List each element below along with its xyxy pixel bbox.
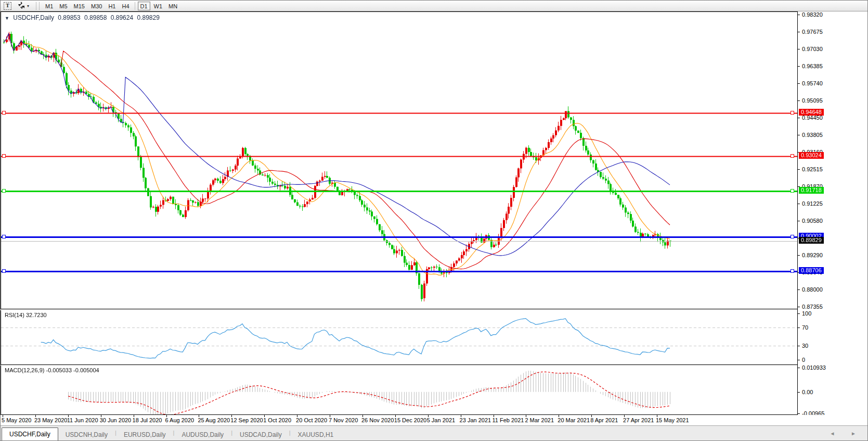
axis-tick-mark — [798, 118, 800, 118]
price-tick-label: 0.95740 — [802, 80, 823, 86]
tab-eurusd[interactable]: EURUSD,Daily — [116, 429, 173, 441]
hline-price-tag[interactable]: 0.94648 — [799, 109, 824, 116]
timeframe-button-h1[interactable]: H1 — [106, 2, 118, 10]
hline-handle[interactable] — [791, 154, 794, 158]
axis-tick-mark — [798, 66, 800, 67]
hline-handle[interactable] — [2, 235, 6, 238]
timeframe-button-m15[interactable]: M15 — [71, 2, 87, 10]
date-label: 6 Aug 2020 — [165, 417, 195, 423]
timeframe-button-m1[interactable]: M1 — [43, 2, 56, 10]
date-label: 1 Oct 2020 — [263, 417, 291, 423]
timeframe-button-m30[interactable]: M30 — [88, 2, 105, 10]
rsi-tick-label: 100 — [802, 310, 811, 317]
tab-scroll-arrows[interactable]: ◄ ► — [830, 431, 863, 436]
tab-usdchf[interactable]: USDCHF,Daily — [2, 427, 58, 441]
candlestick-chart-canvas[interactable] — [1, 12, 797, 309]
timeframe-button-h4[interactable]: H4 — [119, 2, 132, 10]
main-chart-panel[interactable]: ▼ USDCHF,Daily 0.89853 0.89858 0.89624 0… — [1, 11, 797, 309]
tab-xauusd[interactable]: XAUUSD,H1 — [291, 429, 341, 441]
price-tick-label: 0.97675 — [802, 29, 823, 35]
rsi-chart-canvas[interactable] — [1, 310, 797, 364]
date-label: 18 Jul 2020 — [133, 417, 162, 423]
collapse-arrow-icon[interactable]: ▼ — [5, 16, 9, 21]
hline-handle[interactable] — [2, 154, 6, 158]
date-label: 15 Dec 2020 — [394, 417, 426, 423]
macd-indicator-label: MACD(12,26,9) -0.005033 -0.005004 — [5, 367, 99, 373]
date-label: 23 Jan 2021 — [460, 417, 491, 423]
current-price-tag[interactable]: 0.89829 — [799, 237, 824, 244]
axis-tick-mark — [798, 413, 800, 414]
price-tick-label: 0.95095 — [802, 97, 823, 104]
price-tick-label: 0.88000 — [802, 286, 823, 293]
date-label: 20 Mar 2021 — [558, 417, 590, 423]
date-label: 11 Jun 2020 — [67, 417, 98, 423]
macd-panel[interactable]: MACD(12,26,9) -0.005033 -0.005004 — [1, 366, 797, 415]
ohlc-open: 0.89853 — [58, 14, 80, 21]
axis-tick-mark — [798, 307, 800, 307]
rsi-panel[interactable]: RSI(14) 32.7230 — [1, 310, 797, 365]
tab-audusd[interactable]: AUDUSD,Daily — [174, 429, 231, 441]
axis-tick-mark — [798, 255, 800, 256]
toolbar-separator — [135, 2, 135, 10]
timeframe-toolbar: M1M5M15M30H1H4D1W1MN — [42, 2, 180, 10]
trading-terminal-window: T ▾ M1M5M15M30H1H4D1W1MN ▼ USDCHF,Daily … — [0, 0, 868, 441]
price-tick-label: 0.96385 — [802, 63, 823, 69]
timeframe-button-mn[interactable]: MN — [166, 2, 180, 10]
macd-tick-label: 0.010933 — [802, 364, 826, 371]
chart-title: ▼ USDCHF,Daily 0.89853 0.89858 0.89624 0… — [5, 14, 162, 21]
text-tool-button[interactable]: T — [1, 1, 14, 10]
axis-tick-mark — [798, 15, 800, 15]
arrows-tool-button[interactable]: ▾ — [15, 1, 32, 10]
ohlc-low: 0.89624 — [111, 14, 133, 21]
date-label: 8 Apr 2021 — [590, 417, 618, 423]
rsi-indicator-label: RSI(14) 32.7230 — [5, 312, 47, 318]
timeframe-button-m5[interactable]: M5 — [57, 2, 70, 10]
hline-handle[interactable] — [2, 269, 6, 273]
price-tick-label: 0.91225 — [802, 200, 823, 207]
hline-handle[interactable] — [791, 189, 794, 193]
hline-handle[interactable] — [2, 189, 6, 193]
axis-tick-mark — [798, 368, 800, 368]
toolbar-grip-handle[interactable] — [36, 2, 40, 10]
arrows-tool-icon — [18, 2, 25, 10]
date-label: 26 Nov 2020 — [361, 417, 394, 423]
timeframe-button-d1[interactable]: D1 — [138, 2, 150, 10]
chart-tabs-bar: USDCHF,DailyUSDCNH,Daily|EURUSD,Daily|AU… — [1, 425, 868, 441]
hline-handle[interactable] — [2, 111, 6, 115]
price-tick-label: 0.97030 — [802, 46, 823, 52]
tab-usdcad[interactable]: USDCAD,Daily — [232, 429, 289, 441]
macd-chart-canvas[interactable] — [1, 366, 797, 414]
hline-price-tag[interactable]: 0.91718 — [799, 187, 824, 194]
ohlc-high: 0.89858 — [84, 14, 107, 21]
tab-usdcnh[interactable]: USDCNH,Daily — [58, 429, 115, 441]
date-label: 12 Sep 2020 — [230, 417, 263, 423]
timeframe-button-w1[interactable]: W1 — [151, 2, 165, 10]
hline-handle[interactable] — [791, 235, 794, 238]
date-axis[interactable]: 5 May 202023 May 202011 Jun 202030 Jun 2… — [1, 415, 868, 425]
axis-tick-mark — [798, 135, 800, 135]
date-label: 5 May 2020 — [2, 417, 31, 423]
hline-handle[interactable] — [791, 111, 794, 115]
symbol-period-label: USDCHF,Daily — [13, 14, 54, 21]
date-label: 25 Aug 2020 — [198, 417, 230, 423]
hline-price-tag[interactable]: 0.93024 — [799, 152, 824, 159]
axis-tick-mark — [798, 327, 800, 328]
price-tick-label: 0.92515 — [802, 166, 823, 172]
axis-tick-mark — [798, 204, 800, 204]
rsi-tick-label: 30 — [802, 343, 808, 349]
date-label: 7 Nov 2020 — [329, 417, 358, 423]
date-label: 23 May 2020 — [34, 417, 68, 423]
date-label: 5 Jan 2021 — [427, 417, 455, 423]
hline-price-tag[interactable]: 0.88706 — [799, 267, 824, 274]
text-tool-icon: T — [4, 2, 11, 10]
date-label: 15 May 2021 — [656, 417, 689, 423]
price-axis[interactable]: 0.983200.976750.970300.963850.957400.950… — [797, 11, 868, 415]
axis-tick-mark — [798, 221, 800, 221]
price-tick-label: 0.93805 — [802, 132, 823, 138]
hline-handle[interactable] — [791, 269, 794, 273]
toolbar: T ▾ M1M5M15M30H1H4D1W1MN — [1, 1, 868, 11]
rsi-tick-label: 70 — [802, 324, 808, 331]
axis-tick-mark — [798, 289, 800, 290]
axis-tick-mark — [798, 392, 800, 393]
axis-tick-mark — [798, 313, 800, 314]
